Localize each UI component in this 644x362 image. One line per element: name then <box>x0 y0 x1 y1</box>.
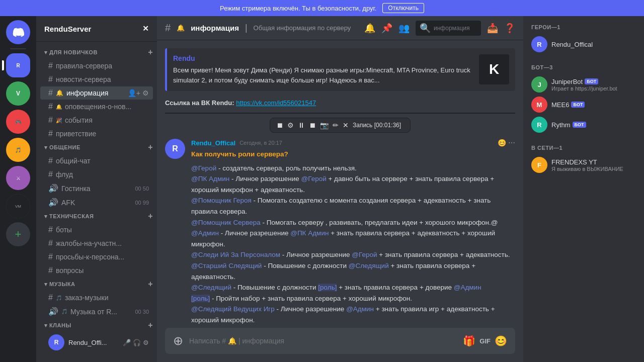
category-tech[interactable]: ▾ ТЕХНИЧЕСКАЯ + <box>36 210 157 223</box>
recording-edit-icon[interactable]: ✏ <box>333 121 339 129</box>
streamer-disable-button[interactable]: Отключить <box>382 3 424 13</box>
channel-sidebar: RenduServer ✕ ▾ ДЛЯ НОВИЧКОВ + # правила… <box>36 16 157 362</box>
announcement-thumb: K <box>479 54 509 84</box>
member-avatar-mee6: M <box>531 97 547 113</box>
message-input-field[interactable] <box>189 337 457 345</box>
add-channel-chat[interactable]: + <box>148 143 153 152</box>
channel-music-voice[interactable]: 🔊 🎵 Музыка от R... 00 30 <box>40 305 153 318</box>
category-tech-label: ▾ ТЕХНИЧЕСКАЯ <box>44 213 94 220</box>
hash-icon-8: # <box>48 170 53 179</box>
category-clans[interactable]: ▾ КЛАНЫ + <box>36 319 157 332</box>
channel-afk[interactable]: 🔊 AFK 00 99 <box>40 196 153 209</box>
channel-events[interactable]: # 🎉 события <box>40 114 153 127</box>
channel-header-name: информация <box>191 24 239 32</box>
message-react-icon[interactable]: 😊 <box>498 139 506 147</box>
channel-music-order[interactable]: # 🎵 заказ-музыки <box>40 291 153 304</box>
user-channel-name: Rendu_Offi... <box>68 339 107 346</box>
recording-record-icon[interactable]: ⏸ <box>298 121 305 129</box>
mic-icon[interactable]: 🎤 <box>123 339 131 346</box>
hash-icon-9: # <box>48 225 53 234</box>
add-server-button[interactable]: + <box>6 222 30 246</box>
streamer-banner: Режим стримера включён. Ты в безопасност… <box>0 0 644 16</box>
add-channel-music[interactable]: + <box>148 280 153 289</box>
add-channel-clans[interactable]: + <box>148 321 153 330</box>
channel-name-questions: вопросы <box>56 266 149 275</box>
search-icon: 🔍 <box>420 23 431 34</box>
hash-icon-6: # <box>48 129 53 138</box>
server-header[interactable]: RenduServer ✕ <box>36 16 157 42</box>
category-music[interactable]: ▾ МУЗЫКА + <box>36 278 157 291</box>
voice-icon-1: 🔊 <box>48 184 58 193</box>
server-6-icon[interactable]: VM <box>6 194 30 218</box>
server-4-icon[interactable]: 🎵 <box>6 138 30 162</box>
channel-opov[interactable]: # 🔔 оповещения-о-нов... <box>40 100 153 113</box>
hash-icon-11: # <box>48 252 53 261</box>
message-text-input[interactable] <box>189 337 457 345</box>
channel-info[interactable]: # 🔔 информация 👤+ ⚙ <box>40 86 153 100</box>
recording-close-icon[interactable]: ✕ <box>343 121 349 129</box>
message-content: Rendu_Offical Сегодня, в 20:17 😊 ⋯ Как п… <box>191 139 515 328</box>
server-dropdown-icon: ✕ <box>142 24 149 33</box>
gift-icon[interactable]: 🎁 <box>463 335 475 347</box>
channel-pravila[interactable]: # правила-сервера <box>40 59 153 72</box>
discord-home-button[interactable] <box>6 20 30 44</box>
server-rendu-icon[interactable]: R <box>6 53 30 77</box>
channel-header-desc: Общая информация по серверу <box>254 24 351 32</box>
channel-welcome[interactable]: # приветствие <box>40 127 153 140</box>
message-more-icon[interactable]: ⋯ <box>508 139 515 147</box>
gif-icon[interactable]: GIF <box>479 337 491 345</box>
server-3-icon[interactable]: 🎮 <box>6 110 30 134</box>
channel-name-music-order: заказ-музыки <box>65 294 149 302</box>
member-mee6[interactable]: M MEE6 БОТ <box>527 95 640 115</box>
channel-bots[interactable]: # боты <box>40 223 153 236</box>
channel-name-flood: флуд <box>56 170 149 178</box>
recording-stop2-icon[interactable]: ⏹ <box>309 121 316 129</box>
headset-icon[interactable]: 🎧 <box>133 339 141 346</box>
add-channel-novice[interactable]: + <box>148 48 153 57</box>
vk-link[interactable]: https://vk.com/id556021547 <box>236 99 316 107</box>
recording-settings-icon[interactable]: ⚙ <box>287 121 294 129</box>
member-juniper[interactable]: J JuniperBot БОТ Играет в https://junipe… <box>527 74 640 95</box>
channel-bell-icon: 🔔 <box>177 24 185 32</box>
member-rythm[interactable]: R Rythm БОТ <box>527 115 640 135</box>
recording-stop-icon[interactable]: ⏹ <box>276 121 283 129</box>
server-5-icon[interactable]: ⚔ <box>6 166 30 190</box>
recording-cam-icon[interactable]: 📷 <box>320 121 329 129</box>
main-content: # 🔔 информация | Общая информация по сер… <box>157 16 523 362</box>
channel-novosti[interactable]: # новости-сервера <box>40 73 153 86</box>
channel-name-events: события <box>65 116 149 124</box>
emoji-icon[interactable]: 😊 <box>495 335 507 347</box>
member-frendexs[interactable]: F FRENDEXS YT Я выживаю в ВЫЖИВАНИЕ <box>527 155 640 175</box>
channel-general[interactable]: # общий-чат <box>40 154 153 167</box>
channel-name-pravila: правила-сервера <box>56 62 149 70</box>
inbox-icon[interactable]: 📥 <box>487 23 498 34</box>
channel-gostinka[interactable]: 🔊 Гостинка 00 50 <box>40 182 153 195</box>
channel-hash-icon: # <box>165 22 171 34</box>
hash-icon-4: # <box>48 102 53 111</box>
message-header: Rendu_Offical Сегодня, в 20:17 😊 ⋯ <box>191 139 515 147</box>
channel-requests[interactable]: # просьбы-к-персона... <box>40 250 153 263</box>
notification-icon[interactable]: 🔔 <box>364 23 375 34</box>
category-chat[interactable]: ▾ ОБЩЕНИЕ + <box>36 141 157 154</box>
member-rendu-offical[interactable]: R Rendu_Offical <box>527 34 640 54</box>
server-2-icon[interactable]: V <box>6 81 30 106</box>
add-attachment-button[interactable]: ⊕ <box>173 334 183 348</box>
separator <box>165 113 515 114</box>
add-channel-tech[interactable]: + <box>148 212 153 221</box>
recording-bar: ⏹ ⚙ ⏸ ⏹ 📷 ✏ ✕ Запись [00:01:36] <box>270 118 411 133</box>
category-novice[interactable]: ▾ ДЛЯ НОВИЧКОВ + <box>36 46 157 59</box>
member-status-juniper: Играет в https://juniper.bot <box>551 85 636 92</box>
sidebar-section-online: В СЕТИ—1 F FRENDEXS YT Я выживаю в ВЫЖИВ… <box>527 145 640 175</box>
search-box[interactable]: 🔍 информация <box>416 21 481 36</box>
pin-icon[interactable]: 📌 <box>381 23 392 34</box>
user-settings-icon[interactable]: ⚙ <box>143 339 149 346</box>
user-channel-item[interactable]: R Rendu_Offi... 🎤 🎧 ⚙ <box>40 332 153 352</box>
heroes-title: ГЕРОИ—1 <box>527 24 640 30</box>
channel-edit-icon[interactable]: ⚙ <box>142 89 149 97</box>
channel-settings-icon[interactable]: 👤+ <box>128 89 140 97</box>
channel-complaints[interactable]: # жалобы-на-участн... <box>40 237 153 250</box>
members-icon[interactable]: 👥 <box>398 23 410 34</box>
help-icon[interactable]: ❓ <box>504 23 515 34</box>
channel-flood[interactable]: # флуд <box>40 168 153 181</box>
channel-questions[interactable]: # вопросы <box>40 264 153 277</box>
